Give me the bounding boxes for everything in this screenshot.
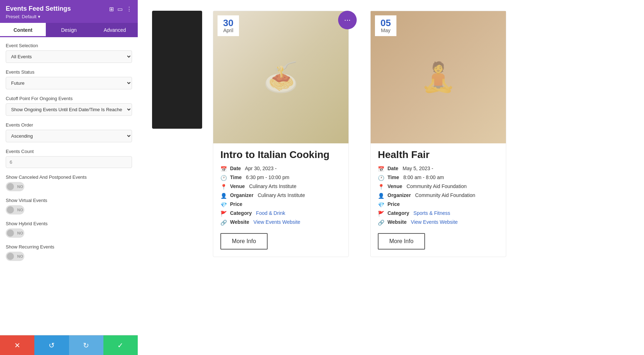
show-canceled-group: Show Canceled And Postponed Events NO	[6, 174, 132, 191]
category-link-1[interactable]: Food & Drink	[256, 210, 286, 216]
toggle-knob	[7, 206, 14, 213]
clock-icon: 🕐	[220, 175, 227, 181]
events-count-group: Events Count	[6, 149, 132, 168]
cutoff-point-select[interactable]: Show Ongoing Events Until End Date/Time …	[6, 103, 132, 116]
panel-header-left: Events Feed Settings Preset: Default ▾	[6, 5, 71, 19]
event-time-row-1: 🕐 Time 6:30 pm - 10:00 pm	[220, 174, 341, 181]
cutoff-point-label: Cutoff Point For Ongoing Events	[6, 96, 132, 101]
events-count-input[interactable]	[6, 156, 132, 168]
event-selection-group: Event Selection All Events Specific Even…	[6, 43, 132, 63]
event-organizer-row-1: 👤 Organizer Culinary Arts Institute	[220, 192, 341, 199]
tab-design[interactable]: Design	[46, 23, 92, 37]
save-button[interactable]: ✓	[103, 335, 138, 355]
redo-button[interactable]: ↻	[69, 335, 103, 355]
pin-icon-2: 📍	[378, 184, 385, 190]
flag-icon: 🚩	[220, 211, 227, 217]
save-icon: ✓	[117, 341, 123, 350]
more-info-button-1[interactable]: More Info	[220, 233, 268, 250]
panel-preset[interactable]: Preset: Default ▾	[6, 14, 71, 19]
panel-title: Events Feed Settings	[6, 5, 71, 13]
event-organizer-row-2: 👤 Organizer Community Aid Foundation	[378, 192, 499, 199]
show-recurring-group: Show Recurring Events NO	[6, 244, 132, 261]
dark-partial-card	[152, 11, 202, 129]
date-day-2: 05	[380, 18, 391, 28]
event-card-1: 30 April Intro to Italian Cooking 📅 Date…	[213, 11, 349, 257]
dots-icon: ···	[344, 15, 351, 25]
show-hybrid-group: Show Hybrid Events NO	[6, 221, 132, 238]
show-hybrid-toggle[interactable]: NO	[6, 228, 24, 238]
event-card-italian-cooking: 30 April Intro to Italian Cooking 📅 Date…	[213, 11, 349, 257]
show-canceled-toggle-row: NO	[6, 182, 132, 191]
event-body-1: Intro to Italian Cooking 📅 Date Apr 30, …	[213, 143, 348, 257]
panel-content: Event Selection All Events Specific Even…	[0, 37, 138, 335]
undo-icon: ↺	[49, 341, 55, 350]
fab-button[interactable]: ···	[338, 11, 357, 29]
person-icon-2: 👤	[378, 193, 385, 199]
website-link-2[interactable]: View Events Website	[411, 219, 458, 225]
toggle-knob	[7, 183, 14, 190]
show-canceled-label: Show Canceled And Postponed Events	[6, 174, 132, 180]
show-virtual-toggle-row: NO	[6, 205, 132, 215]
date-day-1: 30	[223, 18, 234, 28]
event-selection-select[interactable]: All Events Specific Events Categories	[6, 50, 132, 63]
more-info-button-2[interactable]: More Info	[378, 233, 425, 250]
more-options-icon[interactable]: ⋮	[126, 6, 132, 13]
diamond-icon-2: 💎	[378, 202, 385, 208]
person-icon: 👤	[220, 193, 227, 199]
date-month-2: May	[380, 28, 391, 33]
event-image-container: 30 April	[213, 11, 348, 143]
show-recurring-toggle[interactable]: NO	[6, 252, 24, 261]
show-virtual-label: Show Virtual Events	[6, 198, 132, 203]
show-hybrid-toggle-row: NO	[6, 228, 132, 238]
link-icon-2: 🔗	[378, 220, 385, 226]
show-recurring-label: Show Recurring Events	[6, 244, 132, 250]
events-status-label: Events Status	[6, 69, 132, 75]
event-price-row-1: 💎 Price	[220, 201, 341, 208]
cancel-icon: ✕	[14, 341, 20, 350]
event-category-row-1: 🚩 Category Food & Drink	[220, 210, 341, 217]
tab-bar: Content Design Advanced	[0, 23, 138, 37]
panel-header-actions: ⊞ ▭ ⋮	[109, 6, 132, 13]
diamond-icon: 💎	[220, 202, 227, 208]
toggle-knob	[7, 230, 14, 237]
cancel-button[interactable]: ✕	[0, 335, 34, 355]
event-card-2: 05 May Health Fair 📅 Date May 5, 2023 - …	[370, 11, 506, 257]
link-icon: 🔗	[220, 220, 227, 226]
tab-advanced[interactable]: Advanced	[92, 23, 138, 37]
event-body-2: Health Fair 📅 Date May 5, 2023 - 🕐 Time …	[371, 143, 506, 257]
chevron-down-icon: ▾	[38, 14, 40, 19]
bottom-toolbar: ✕ ↺ ↻ ✓	[0, 335, 138, 355]
events-status-select[interactable]: Future Past All	[6, 77, 132, 89]
undo-button[interactable]: ↺	[34, 335, 69, 355]
event-time-row-2: 🕐 Time 8:00 am - 8:00 am	[378, 174, 499, 181]
panel-header: Events Feed Settings Preset: Default ▾ ⊞…	[0, 0, 138, 23]
show-canceled-toggle[interactable]: NO	[6, 182, 24, 191]
events-order-select[interactable]: Ascending Descending	[6, 130, 132, 142]
pin-icon: 📍	[220, 184, 227, 190]
flag-icon-2: 🚩	[378, 211, 385, 217]
event-card-health-fair: 05 May Health Fair 📅 Date May 5, 2023 - …	[370, 11, 506, 257]
calendar-icon-2: 📅	[378, 166, 385, 172]
show-recurring-toggle-row: NO	[6, 252, 132, 261]
preview-area: 30 April Intro to Italian Cooking 📅 Date…	[138, 0, 644, 355]
grid-icon[interactable]: ⊞	[109, 6, 114, 13]
event-title-1: Intro to Italian Cooking	[220, 149, 341, 161]
website-link-1[interactable]: View Events Website	[253, 219, 300, 225]
settings-panel: Events Feed Settings Preset: Default ▾ ⊞…	[0, 0, 138, 355]
clock-icon-2: 🕐	[378, 175, 385, 181]
tab-content[interactable]: Content	[0, 23, 46, 37]
show-virtual-group: Show Virtual Events NO	[6, 198, 132, 215]
toggle-knob	[7, 253, 14, 260]
show-hybrid-label: Show Hybrid Events	[6, 221, 132, 226]
event-venue-row-2: 📍 Venue Community Aid Foundation	[378, 183, 499, 190]
show-virtual-toggle[interactable]: NO	[6, 205, 24, 215]
layout-icon[interactable]: ▭	[117, 6, 123, 13]
calendar-icon: 📅	[220, 166, 227, 172]
events-order-group: Events Order Ascending Descending	[6, 122, 132, 142]
event-title-2: Health Fair	[378, 149, 499, 161]
category-link-2[interactable]: Sports & Fitness	[414, 210, 450, 216]
event-date-row-1: 📅 Date Apr 30, 2023 -	[220, 166, 341, 172]
date-badge-1: 30 April	[218, 15, 239, 36]
date-badge-2: 05 May	[375, 15, 396, 36]
cutoff-point-group: Cutoff Point For Ongoing Events Show Ong…	[6, 96, 132, 116]
